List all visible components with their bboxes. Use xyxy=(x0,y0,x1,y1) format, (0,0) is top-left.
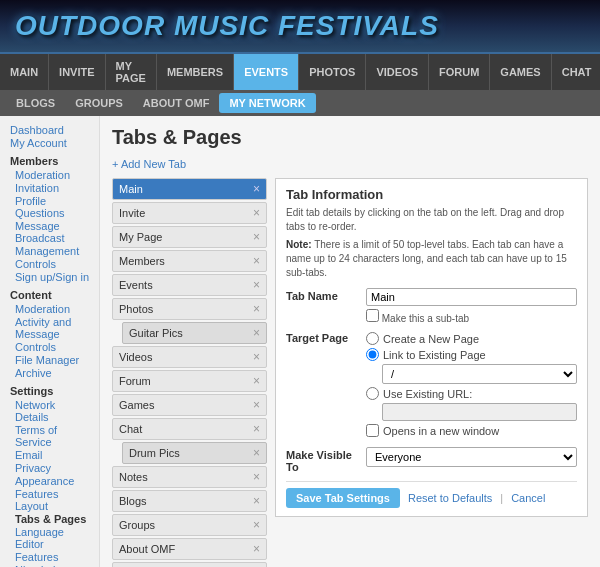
sidebar-heading-members: Members xyxy=(10,155,89,167)
radio-row-url: Use Existing URL: xyxy=(366,387,577,400)
tab-item-photos[interactable]: Photos × xyxy=(112,298,267,320)
tab-close-members[interactable]: × xyxy=(253,255,260,267)
sidebar-item-tabs-pages[interactable]: Tabs & Pages xyxy=(10,513,89,525)
nav-mypage[interactable]: MY PAGE xyxy=(106,54,157,90)
tab-item-videos[interactable]: Videos × xyxy=(112,346,267,368)
sidebar-item-signup[interactable]: Sign up/Sign in xyxy=(10,271,89,283)
sidebar-item-profile-questions[interactable]: Profile Questions xyxy=(10,195,89,219)
sidebar-item-privacy[interactable]: Privacy xyxy=(10,462,89,474)
sidebar-item-appearance[interactable]: Appearance xyxy=(10,475,89,487)
tab-info-note: Note: There is a limit of 50 top-level t… xyxy=(286,238,577,280)
tab-close-invite[interactable]: × xyxy=(253,207,260,219)
tab-item-chat[interactable]: Chat × xyxy=(112,418,267,440)
tab-item-forum[interactable]: Forum × xyxy=(112,370,267,392)
sidebar-item-moderation-content[interactable]: Moderation xyxy=(10,303,89,315)
tab-item-main[interactable]: Main × xyxy=(112,178,267,200)
sidebar-item-archive[interactable]: Archive xyxy=(10,367,89,379)
tab-close-blogs[interactable]: × xyxy=(253,495,260,507)
tab-close-my-page[interactable]: × xyxy=(253,231,260,243)
nav-games[interactable]: GAMES xyxy=(490,54,551,90)
nav-about-omf[interactable]: ABOUT OMF xyxy=(133,93,220,113)
sidebar-item-my-account[interactable]: My Account xyxy=(10,137,89,149)
tab-item-games[interactable]: Games × xyxy=(112,394,267,416)
radio-link[interactable] xyxy=(366,348,379,361)
make-visible-select[interactable]: Everyone Members Only No One xyxy=(366,447,577,467)
nav-chat[interactable]: CHAT xyxy=(552,54,600,90)
tab-close-guitar-pics[interactable]: × xyxy=(253,326,260,340)
tab-info-description: Edit tab details by clicking on the tab … xyxy=(286,206,577,234)
make-visible-control: Everyone Members Only No One xyxy=(366,447,577,467)
tab-item-my-page[interactable]: My Page × xyxy=(112,226,267,248)
opens-new-window-label: Opens in a new window xyxy=(383,425,499,437)
radio-create[interactable] xyxy=(366,332,379,345)
sidebar-item-terms[interactable]: Terms of Service xyxy=(10,424,89,448)
tab-name-control: Make this a sub-tab xyxy=(366,288,577,324)
nav-members[interactable]: MEMBERS xyxy=(157,54,234,90)
nav-forum[interactable]: FORUM xyxy=(429,54,490,90)
sidebar-item-network-details[interactable]: Network Details xyxy=(10,399,89,423)
sidebar-item-activity-message[interactable]: Activity and Message xyxy=(10,316,89,340)
tab-item-invite[interactable]: Invite × xyxy=(112,202,267,224)
checkbox-row-opens: Opens in a new window xyxy=(366,424,577,437)
tab-close-photos[interactable]: × xyxy=(253,303,260,315)
sidebar-item-features-layout[interactable]: Features Layout xyxy=(10,488,89,512)
opens-new-window-checkbox[interactable] xyxy=(366,424,379,437)
tab-name-input[interactable] xyxy=(366,288,577,306)
sidebar-item-dashboard[interactable]: Dashboard xyxy=(10,124,89,136)
sidebar-item-file-manager[interactable]: File Manager xyxy=(10,354,89,366)
sidebar-item-features[interactable]: Features xyxy=(10,551,89,563)
sidebar-item-language-editor[interactable]: Language Editor xyxy=(10,526,89,550)
sidebar-item-controls-members[interactable]: Controls xyxy=(10,258,89,270)
sidebar-heading-content: Content xyxy=(10,289,89,301)
radio-create-label: Create a New Page xyxy=(383,333,479,345)
nav-events[interactable]: EVENTS xyxy=(234,54,299,90)
url-sub xyxy=(382,403,577,421)
target-page-control: Create a New Page Link to Existing Page … xyxy=(366,330,577,441)
tab-close-videos[interactable]: × xyxy=(253,351,260,363)
tab-item-blogs[interactable]: Blogs × xyxy=(112,490,267,512)
sidebar-item-invitation[interactable]: Invitation xyxy=(10,182,89,194)
radio-url[interactable] xyxy=(366,387,379,400)
nav-main[interactable]: MAIN xyxy=(0,54,49,90)
sidebar-item-email[interactable]: Email xyxy=(10,449,89,461)
tab-close-chat[interactable]: × xyxy=(253,423,260,435)
cancel-link[interactable]: Cancel xyxy=(511,492,545,504)
nav-videos[interactable]: VIDEOS xyxy=(366,54,429,90)
sidebar-item-moderation-members[interactable]: Moderation xyxy=(10,169,89,181)
nav-invite[interactable]: INVITE xyxy=(49,54,105,90)
tab-item-events[interactable]: Events × xyxy=(112,274,267,296)
tab-info-heading: Tab Information xyxy=(286,187,577,202)
tab-close-about-omf[interactable]: × xyxy=(253,543,260,555)
sidebar-item-management[interactable]: Management xyxy=(10,245,89,257)
nav-blogs[interactable]: BLOGS xyxy=(6,93,65,113)
tab-close-drum-pics[interactable]: × xyxy=(253,446,260,460)
sidebar: Dashboard My Account Members Moderation … xyxy=(0,116,100,567)
tab-close-forum[interactable]: × xyxy=(253,375,260,387)
reset-to-defaults-link[interactable]: Reset to Defaults xyxy=(408,492,492,504)
radio-url-label: Use Existing URL: xyxy=(383,388,472,400)
tab-item-notes[interactable]: Notes × xyxy=(112,466,267,488)
tab-item-guitar-pics[interactable]: Guitar Pics × xyxy=(122,322,267,344)
tab-close-notes[interactable]: × xyxy=(253,471,260,483)
nav-photos[interactable]: PHOTOS xyxy=(299,54,366,90)
link-existing-select[interactable]: / xyxy=(382,364,577,384)
sidebar-item-controls-content[interactable]: Controls xyxy=(10,341,89,353)
make-sub-tab-checkbox[interactable] xyxy=(366,309,379,322)
tab-item-about-omf[interactable]: About OMF × xyxy=(112,538,267,560)
nav-groups[interactable]: GROUPS xyxy=(65,93,133,113)
tab-item-members[interactable]: Members × xyxy=(112,250,267,272)
tab-close-groups[interactable]: × xyxy=(253,519,260,531)
tab-item-drum-pics[interactable]: Drum Pics × xyxy=(122,442,267,464)
tab-item-groups[interactable]: Groups × xyxy=(112,514,267,536)
url-input[interactable] xyxy=(382,403,577,421)
radio-group-target: Create a New Page Link to Existing Page … xyxy=(366,332,577,437)
note-text: There is a limit of 50 top-level tabs. E… xyxy=(286,239,567,278)
tab-close-games[interactable]: × xyxy=(253,399,260,411)
nav-my-network[interactable]: MY NETWORK xyxy=(219,93,315,113)
tab-close-main[interactable]: × xyxy=(253,183,260,195)
sidebar-item-message-broadcast[interactable]: Message Broadcast xyxy=(10,220,89,244)
tab-close-events[interactable]: × xyxy=(253,279,260,291)
tab-item-my-network[interactable]: My Network × xyxy=(112,562,267,567)
add-new-tab-link[interactable]: Add New Tab xyxy=(112,158,186,170)
save-tab-settings-button[interactable]: Save Tab Settings xyxy=(286,488,400,508)
